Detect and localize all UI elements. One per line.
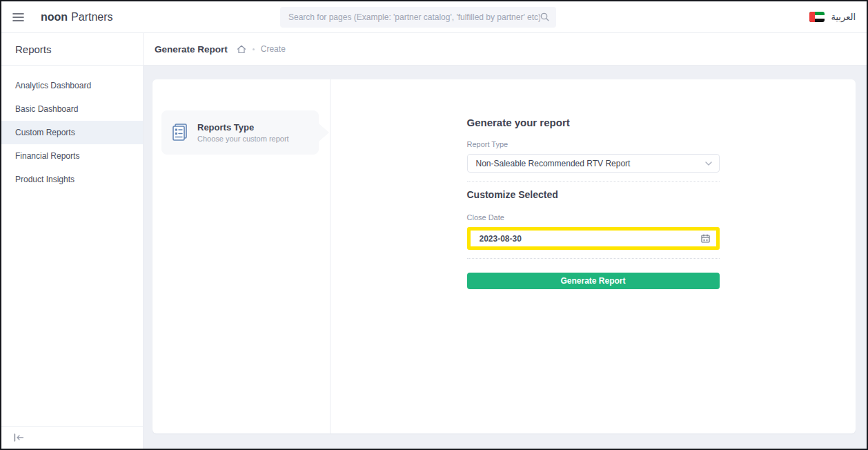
content-body: Reports Type Choose your custom report G… bbox=[144, 66, 867, 449]
customize-heading: Customize Selected bbox=[467, 189, 720, 200]
close-date-field[interactable] bbox=[471, 231, 716, 246]
collapse-sidebar-icon[interactable] bbox=[14, 433, 24, 442]
brand-noon: noon bbox=[41, 11, 68, 23]
report-document-icon bbox=[171, 123, 189, 142]
sidebar-item-product-insights[interactable]: Product Insights bbox=[1, 168, 143, 191]
brand-logo[interactable]: noonPartners bbox=[41, 11, 113, 23]
language-switch[interactable]: العربية bbox=[831, 12, 856, 22]
step-arrow bbox=[319, 124, 329, 141]
close-date-input[interactable] bbox=[480, 234, 701, 244]
main-row: Reports Analytics Dashboard Basic Dashbo… bbox=[1, 33, 867, 449]
step-title: Reports Type bbox=[197, 122, 289, 133]
sidebar-title: Reports bbox=[1, 33, 143, 66]
wizard-steps-panel: Reports Type Choose your custom report bbox=[152, 79, 331, 433]
sidebar-item-custom-reports[interactable]: Custom Reports bbox=[1, 121, 143, 144]
form-heading: Generate your report bbox=[467, 117, 720, 128]
menu-icon[interactable] bbox=[12, 12, 24, 22]
sidebar-item-basic-dashboard[interactable]: Basic Dashboard bbox=[1, 97, 143, 121]
chevron-down-icon bbox=[705, 162, 712, 166]
search-input[interactable] bbox=[288, 12, 540, 22]
divider-dotted bbox=[467, 258, 720, 259]
top-header: noonPartners العربية bbox=[1, 1, 867, 33]
report-card: Reports Type Choose your custom report G… bbox=[152, 79, 856, 433]
generate-report-button[interactable]: Generate Report bbox=[467, 273, 720, 289]
sidebar-nav: Analytics Dashboard Basic Dashboard Cust… bbox=[1, 66, 143, 191]
breadcrumb-separator bbox=[253, 48, 255, 50]
header-right: العربية bbox=[809, 12, 856, 22]
page-title: Generate Report bbox=[155, 44, 228, 55]
generate-report-form: Generate your report Report Type Non-Sal… bbox=[467, 79, 720, 433]
divider-dotted bbox=[467, 181, 720, 182]
brand-partners: Partners bbox=[71, 11, 112, 23]
breadcrumb: Generate Report Create bbox=[144, 33, 867, 66]
sidebar: Reports Analytics Dashboard Basic Dashbo… bbox=[1, 33, 144, 449]
step-reports-type[interactable]: Reports Type Choose your custom report bbox=[161, 110, 319, 155]
report-type-select[interactable]: Non-Saleable Recommended RTV Report bbox=[467, 154, 720, 173]
report-type-label: Report Type bbox=[467, 140, 720, 148]
step-subtitle: Choose your custom report bbox=[197, 135, 289, 143]
form-panel: Generate your report Report Type Non-Sal… bbox=[331, 79, 856, 433]
breadcrumb-create: Create bbox=[261, 44, 286, 54]
step-text: Reports Type Choose your custom report bbox=[197, 122, 289, 143]
sidebar-footer bbox=[1, 426, 143, 449]
home-icon[interactable] bbox=[237, 45, 246, 54]
report-type-value: Non-Saleable Recommended RTV Report bbox=[476, 159, 631, 168]
close-date-highlight bbox=[467, 227, 720, 250]
search-icon[interactable] bbox=[540, 12, 549, 21]
sidebar-item-analytics-dashboard[interactable]: Analytics Dashboard bbox=[1, 74, 143, 97]
main-content: Generate Report Create bbox=[144, 33, 867, 449]
close-date-label: Close Date bbox=[467, 213, 720, 222]
calendar-icon[interactable] bbox=[701, 234, 710, 243]
app-window: noonPartners العربية Reports Analytics D… bbox=[1, 1, 867, 449]
sidebar-item-financial-reports[interactable]: Financial Reports bbox=[1, 144, 143, 168]
header-left: noonPartners bbox=[12, 11, 280, 23]
page-search[interactable] bbox=[280, 7, 556, 28]
uae-flag-icon[interactable] bbox=[809, 12, 825, 22]
